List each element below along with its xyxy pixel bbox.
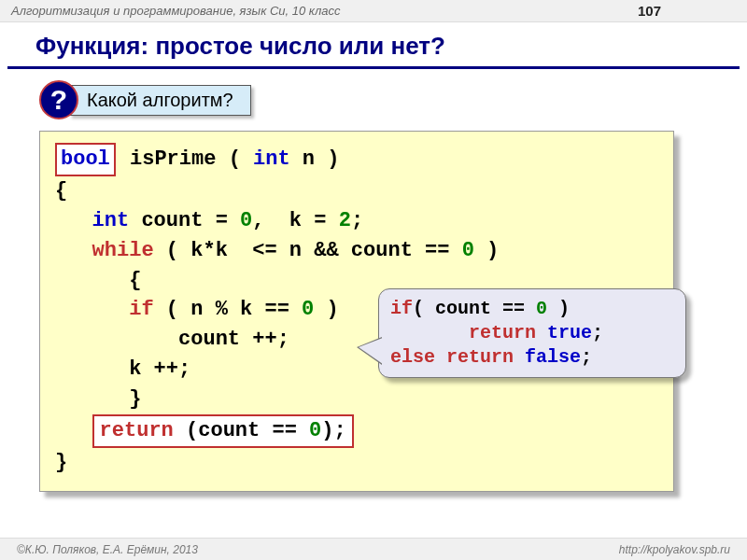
code-line: return (count == 0); <box>55 414 658 448</box>
question-row: ? Какой алгоритм? <box>39 80 747 119</box>
code-line: } <box>55 385 658 414</box>
footer-bar: ©К.Ю. Поляков, Е.А. Ерёмин, 2013 http://… <box>0 538 747 560</box>
callout-line: return true; <box>390 321 674 345</box>
code-line: int count = 0, k = 2; <box>55 206 658 236</box>
footer-authors: ©К.Ю. Поляков, Е.А. Ерёмин, 2013 <box>17 543 619 556</box>
callout-line: if( count == 0 ) <box>390 297 674 321</box>
code-line: while ( k*k <= n && count == 0 ) <box>55 236 658 266</box>
header-bar: Алгоритмизация и программирование, язык … <box>0 0 747 22</box>
course-title: Алгоритмизация и программирование, язык … <box>11 4 638 18</box>
return-box: return (count == 0); <box>92 414 354 448</box>
bool-keyword: bool <box>55 143 116 176</box>
question-label: Какой алгоритм? <box>69 85 251 116</box>
footer-url: http://kpolyakov.spb.ru <box>619 543 730 556</box>
code-line: } <box>55 448 658 478</box>
code-line: { <box>55 176 658 206</box>
callout-tail <box>359 338 383 364</box>
code-line: bool isPrime ( int n ) <box>55 143 658 176</box>
slide-title: Функция: простое число или нет? <box>7 22 740 69</box>
callout-bubble: if( count == 0 ) return true; else retur… <box>378 288 686 378</box>
page-number: 107 <box>638 3 661 19</box>
callout-line: else return false; <box>390 345 674 370</box>
question-mark-icon: ? <box>39 80 78 119</box>
code-block: bool isPrime ( int n ) { int count = 0, … <box>39 131 674 492</box>
